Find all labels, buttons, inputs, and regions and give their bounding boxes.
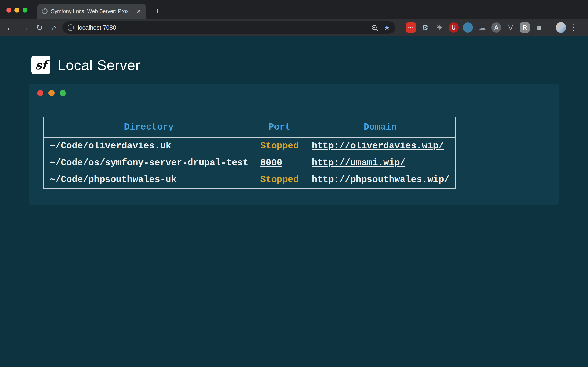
window-close-button[interactable] [6, 8, 11, 13]
window-minimize-button[interactable] [15, 8, 19, 13]
table-header-row: Directory Port Domain [44, 117, 456, 137]
port-cell: 8000 [254, 154, 305, 171]
domain-cell: http://umami.wip/ [305, 154, 456, 171]
port-link[interactable]: 8000 [260, 158, 282, 168]
servers-table: Directory Port Domain ~/Code/oliverdavie… [43, 117, 456, 189]
domain-cell: http://phpsouthwales.wip/ [305, 171, 456, 188]
domain-link[interactable]: http://umami.wip/ [312, 158, 405, 168]
domain-link[interactable]: http://oliverdavies.wip/ [312, 141, 444, 151]
column-header-port: Port [254, 117, 305, 137]
tab-strip: Symfony Local Web Server: Prox × + [0, 0, 588, 19]
window-zoom-button[interactable] [23, 8, 27, 13]
panel-red-dot [37, 90, 43, 96]
browser-tab[interactable]: Symfony Local Web Server: Prox × [37, 4, 146, 19]
forward-button[interactable]: → [18, 21, 31, 34]
extension-icon-cloud[interactable]: ☁ [477, 23, 487, 33]
column-header-directory: Directory [44, 117, 254, 137]
url-text[interactable]: localhost:7080 [78, 24, 368, 31]
extension-icon-r-badge[interactable]: R [520, 23, 530, 33]
extension-icon-octocat[interactable]: ☻ [534, 23, 544, 33]
directory-cell: ~/Code/os/symfony-server-drupal-test [44, 154, 254, 171]
table-row: ~/Code/oliverdavies.uk Stopped http://ol… [44, 137, 456, 154]
back-button[interactable]: ← [4, 21, 17, 34]
reload-button[interactable]: ↻ [33, 21, 46, 34]
column-header-domain: Domain [305, 117, 456, 137]
tab-title: Symfony Local Web Server: Prox [51, 8, 133, 15]
page-title: Local Server [58, 57, 140, 73]
extension-icon-asterisk[interactable]: ✳ [434, 23, 444, 33]
site-info-icon[interactable]: i [68, 24, 74, 31]
extension-icon-red-dots[interactable]: ⋯ [406, 23, 416, 33]
extension-icon-blue-circle[interactable] [463, 23, 473, 33]
home-button[interactable]: ⌂ [48, 21, 61, 34]
toolbar-separator [550, 23, 550, 32]
port-status-stopped: Stopped [260, 175, 299, 185]
symfony-logo: sf [32, 56, 50, 74]
page-content: sf Local Server Directory Port Domain [0, 36, 588, 367]
domain-cell: http://oliverdavies.wip/ [305, 137, 456, 154]
table-row: ~/Code/os/symfony-server-drupal-test 800… [44, 154, 456, 171]
extension-icon-ublock[interactable]: U [449, 23, 459, 33]
table-row: ~/Code/phpsouthwales-uk Stopped http://p… [44, 171, 456, 188]
profile-avatar[interactable] [556, 22, 566, 33]
panel-window-dots [37, 90, 66, 96]
symfony-logo-text: sf [35, 58, 47, 72]
extensions-area: ⋯⚙✳U☁AVR☻ [406, 23, 544, 33]
port-cell: Stopped [254, 171, 305, 188]
tab-close-icon[interactable]: × [136, 8, 141, 15]
extension-icon-gear[interactable]: ⚙ [420, 23, 430, 33]
panel-green-dot [60, 90, 66, 96]
directory-cell: ~/Code/oliverdavies.uk [44, 137, 254, 154]
port-status-stopped: Stopped [260, 141, 299, 151]
domain-link[interactable]: http://phpsouthwales.wip/ [312, 175, 450, 185]
extension-icon-a-badge[interactable]: A [491, 23, 502, 33]
servers-table-wrap: Directory Port Domain ~/Code/oliverdavie… [43, 117, 456, 189]
window-controls [6, 8, 27, 13]
server-panel: Directory Port Domain ~/Code/oliverdavie… [29, 84, 559, 205]
brand-header: sf Local Server [32, 56, 140, 74]
port-cell: Stopped [254, 137, 305, 154]
extension-icon-v[interactable]: V [506, 23, 516, 33]
bookmark-star-icon[interactable]: ★ [384, 24, 390, 31]
address-bar[interactable]: i localhost:7080 ★ [62, 21, 395, 34]
directory-cell: ~/Code/phpsouthwales-uk [44, 171, 254, 188]
zoom-icon[interactable] [372, 25, 377, 30]
panel-orange-dot [48, 90, 55, 96]
browser-toolbar: ← → ↻ ⌂ i localhost:7080 ★ ⋯⚙✳U☁AVR☻ ⋮ [0, 19, 588, 36]
globe-favicon-icon [42, 8, 48, 14]
new-tab-button[interactable]: + [152, 5, 164, 17]
browser-menu-icon[interactable]: ⋮ [568, 23, 579, 32]
